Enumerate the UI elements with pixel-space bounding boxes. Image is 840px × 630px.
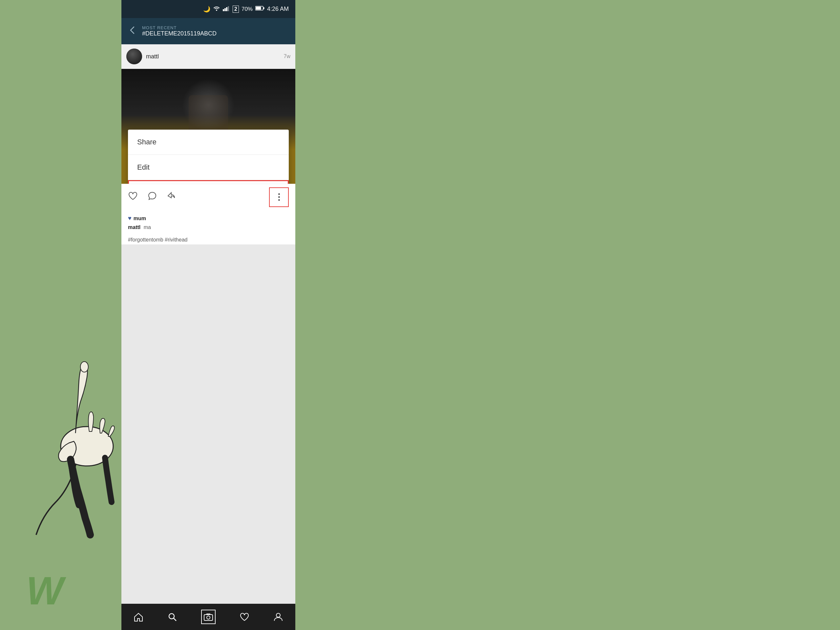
battery-icon xyxy=(255,6,264,13)
wifi-icon xyxy=(213,6,220,13)
svg-rect-4 xyxy=(228,6,229,11)
nav-profile-button[interactable] xyxy=(273,612,283,622)
caption-body: ma xyxy=(144,224,151,230)
post-actions xyxy=(122,184,295,210)
svg-rect-10 xyxy=(204,614,213,621)
wikihow-watermark: W xyxy=(26,571,63,610)
svg-line-9 xyxy=(174,618,176,621)
dot-2 xyxy=(278,196,280,198)
post-hashtags: #forgottentomb #rivithead xyxy=(122,235,295,245)
signal-icon xyxy=(223,6,230,12)
nav-bar: MOST RECENT #DELETEME2015119ABCD xyxy=(122,18,295,44)
moon-icon: 🌙 xyxy=(203,6,210,13)
menu-item-delete[interactable]: Delete xyxy=(128,180,289,184)
back-button[interactable] xyxy=(128,25,137,37)
svg-point-0 xyxy=(216,9,217,11)
menu-overlay: Share Edit Delete Copy Share URL xyxy=(122,69,295,184)
svg-point-11 xyxy=(207,616,210,619)
dot-1 xyxy=(278,193,280,195)
post-image: Share Edit Delete Copy Share URL xyxy=(122,69,295,184)
svg-rect-3 xyxy=(226,7,227,11)
post-header: mattl 7w xyxy=(122,44,295,69)
nav-camera-button[interactable] xyxy=(201,609,216,624)
post-time: 7w xyxy=(284,54,291,59)
svg-rect-2 xyxy=(224,8,226,11)
svg-point-12 xyxy=(276,613,280,617)
context-menu: Share Edit Delete Copy Share URL xyxy=(128,129,289,184)
nav-text: MOST RECENT #DELETEME2015119ABCD xyxy=(142,25,216,37)
status-bar: 🌙 2 70% xyxy=(122,0,295,18)
caption-poster: mattl xyxy=(128,224,141,230)
caption-like-row: ♥ mum xyxy=(128,215,289,222)
svg-rect-6 xyxy=(263,7,264,9)
avatar-image xyxy=(126,49,142,64)
menu-item-share[interactable]: Share xyxy=(128,129,289,155)
status-icons: 🌙 2 70% xyxy=(203,6,289,13)
svg-point-14 xyxy=(81,362,88,372)
svg-rect-7 xyxy=(256,7,261,10)
share-button[interactable] xyxy=(167,191,176,203)
phone-frame: 🌙 2 70% xyxy=(122,0,295,630)
like-button[interactable] xyxy=(128,191,138,203)
post-username: mattl xyxy=(146,53,280,60)
status-time: 4:26 AM xyxy=(267,6,289,13)
menu-item-edit[interactable]: Edit xyxy=(128,155,289,180)
nav-title: #DELETEME2015119ABCD xyxy=(142,30,216,37)
nav-heart-button[interactable] xyxy=(240,612,249,622)
caption-text-row: mattl ma xyxy=(128,224,289,231)
hand-cursor xyxy=(16,344,141,548)
bottom-nav xyxy=(122,604,295,630)
more-options-button[interactable] xyxy=(269,187,289,207)
svg-point-8 xyxy=(169,614,174,619)
caption-heart-icon: ♥ xyxy=(128,215,131,222)
svg-rect-1 xyxy=(223,9,224,11)
sim-icon: 2 xyxy=(233,6,239,13)
nav-subtitle: MOST RECENT xyxy=(142,25,216,30)
battery-percent: 70% xyxy=(242,6,253,13)
nav-home-button[interactable] xyxy=(134,612,144,622)
comment-button[interactable] xyxy=(148,191,157,203)
dot-3 xyxy=(278,199,280,201)
caption-liked-by: mum xyxy=(134,216,146,221)
avatar xyxy=(126,49,142,64)
post-caption: ♥ mum mattl ma xyxy=(122,210,295,235)
nav-search-button[interactable] xyxy=(167,612,177,622)
